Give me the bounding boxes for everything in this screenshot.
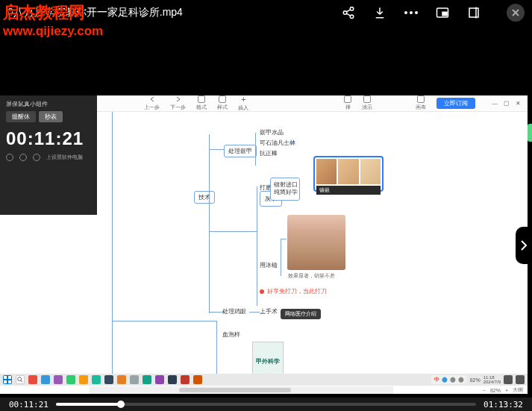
node-4-tag[interactable]: 网络医疗介绍 <box>281 309 321 319</box>
svg-point-7 <box>415 11 418 14</box>
toolbar-redo[interactable]: 下一步 <box>170 95 186 111</box>
notification-icon[interactable] <box>504 375 513 384</box>
taskbar-app-6[interactable] <box>92 375 101 384</box>
svg-rect-14 <box>4 376 7 379</box>
action-center-icon[interactable] <box>516 375 525 384</box>
node-root[interactable]: 技术 <box>194 191 215 204</box>
nail-image-group[interactable]: 镶嵌 <box>313 156 384 192</box>
taskbar-tray: 中 ⬤ ⬤ ⬤ 82% 11:18 2024/7/9 <box>431 375 525 384</box>
taskbar-app-9[interactable] <box>130 375 139 384</box>
node-4[interactable]: 处理鸡眼 <box>222 307 246 316</box>
taskbar-app-11[interactable] <box>155 375 164 384</box>
taskbar-app-7[interactable] <box>104 375 113 384</box>
close-button[interactable] <box>507 4 525 22</box>
svg-rect-9 <box>442 12 447 16</box>
search-icon[interactable] <box>16 375 25 384</box>
node-5[interactable]: 血泡样 <box>222 330 240 339</box>
timer-display: 00:11:21 <box>6 128 91 149</box>
start-button[interactable] <box>3 375 12 384</box>
taskbar-app-10[interactable] <box>143 375 151 384</box>
svg-line-4 <box>346 10 350 12</box>
taskbar-app-2[interactable] <box>41 375 50 384</box>
share-icon[interactable] <box>341 5 356 20</box>
video-content: xmind 上一步 下一步 格式 样式 + 插入 <box>0 25 532 398</box>
taskbar-app-12[interactable] <box>168 375 177 384</box>
svg-rect-16 <box>4 380 7 383</box>
ime-indicator[interactable]: 中 ⬤ ⬤ ⬤ <box>431 375 467 384</box>
maximize-icon[interactable]: ▢ <box>504 100 510 107</box>
app-horizontal-scrollbar[interactable] <box>90 386 393 394</box>
more-icon[interactable] <box>404 5 419 20</box>
taskbar-app-5[interactable] <box>79 375 88 384</box>
video-controls: 00:11:21 01:13:32 <box>0 398 532 411</box>
node-1c[interactable]: 抗正棒 <box>260 149 278 157</box>
green-edge-indicator <box>528 124 532 142</box>
taskbar-app-3[interactable] <box>54 375 63 384</box>
zoom-level: 82% <box>490 388 501 393</box>
progress-fill <box>56 403 121 406</box>
subscribe-button[interactable]: 立即订阅 <box>436 98 475 109</box>
mindmap-canvas[interactable]: 技术 处理嵌甲 嵌甲水晶 可石油凡士林 抗正棒 打磨 灰甲 镭射进口 纯简好学 <box>97 112 528 382</box>
node-3[interactable]: 用冰错 <box>260 261 278 269</box>
topbar-actions <box>341 4 525 22</box>
timer-widget: 屏保鼠真小组件 提醒休 秒表 00:11:21 上设置软件电脑 <box>0 95 97 215</box>
watermark-line2: www.qijiezy.com <box>3 24 103 39</box>
node-4a[interactable]: 上手术 <box>260 307 278 316</box>
timer-reset-icon[interactable] <box>19 154 27 161</box>
zoom-in-icon[interactable]: + <box>505 388 508 393</box>
toolbar-undo[interactable]: 上一步 <box>144 95 160 111</box>
scrollbar-thumb[interactable] <box>179 388 291 392</box>
svg-rect-10 <box>469 8 478 17</box>
toolbar-insert[interactable]: + 插入 <box>238 95 248 112</box>
download-icon[interactable] <box>372 5 387 20</box>
fullscreen-icon[interactable] <box>466 5 481 20</box>
timer-play-icon[interactable] <box>6 154 13 161</box>
taskbar-clock[interactable]: 11:18 2024/7/9 <box>484 375 501 384</box>
taskbar-app-8[interactable] <box>117 375 126 384</box>
close-icon[interactable]: ✕ <box>516 100 521 107</box>
foot-image[interactable] <box>287 215 345 270</box>
minimize-icon[interactable]: — <box>492 100 498 107</box>
node-1b[interactable]: 可石油凡士林 <box>260 139 295 147</box>
node-2-detail[interactable]: 镭射进口 纯简好学 <box>270 178 300 201</box>
taskbar-app-14[interactable] <box>193 375 202 384</box>
mindmap-app-window: xmind 上一步 下一步 格式 样式 + 插入 <box>0 95 528 394</box>
view-mode[interactable]: 大纲 <box>513 386 523 394</box>
timer-header: 屏保鼠真小组件 <box>6 100 91 108</box>
warning-icon <box>260 289 264 294</box>
toolbar-outline[interactable]: 画布 <box>416 95 426 111</box>
svg-line-3 <box>346 13 350 16</box>
taskbar-app-4[interactable] <box>66 375 75 384</box>
watermark-line1: 启杰教程网 <box>3 1 103 24</box>
taskbar-app-1[interactable] <box>28 375 37 384</box>
timer-lap-icon[interactable] <box>33 154 40 161</box>
toolbar-present[interactable]: 演示 <box>362 95 372 111</box>
svg-rect-15 <box>8 376 11 379</box>
video-current-time: 00:11:21 <box>9 400 48 410</box>
timer-tab-stopwatch[interactable]: 秒表 <box>39 111 63 122</box>
toolbar-zen[interactable]: 禅 <box>344 95 351 111</box>
progress-handle[interactable] <box>117 401 125 408</box>
svg-point-6 <box>410 11 413 14</box>
pip-icon[interactable] <box>435 5 450 20</box>
svg-point-0 <box>350 7 354 11</box>
svg-point-2 <box>350 15 354 19</box>
next-chevron[interactable] <box>516 227 532 264</box>
node-1a[interactable]: 嵌甲水晶 <box>260 128 284 137</box>
svg-rect-17 <box>8 380 11 383</box>
video-total-time: 01:13:32 <box>484 400 523 410</box>
watermark: 启杰教程网 www.qijiezy.com <box>3 1 103 39</box>
warning-text: 好享免打刀，当此打刀 <box>267 287 327 295</box>
taskbar-zoom: 82% <box>470 377 481 383</box>
taskbar-app-13[interactable] <box>181 375 190 384</box>
toolbar-format[interactable]: 格式 <box>196 95 207 111</box>
timer-tab-remind[interactable]: 提醒休 <box>6 111 36 122</box>
node-1[interactable]: 处理嵌甲 <box>224 145 257 157</box>
timer-controls: 上设置软件电脑 <box>6 154 91 161</box>
zoom-out-icon[interactable]: − <box>483 388 486 393</box>
video-progress-bar[interactable] <box>56 403 476 406</box>
toolbar-style[interactable]: 样式 <box>217 95 228 111</box>
svg-point-1 <box>343 11 347 15</box>
svg-line-19 <box>21 380 22 382</box>
app-status-bar: − 82% + 大纲 <box>483 386 523 394</box>
